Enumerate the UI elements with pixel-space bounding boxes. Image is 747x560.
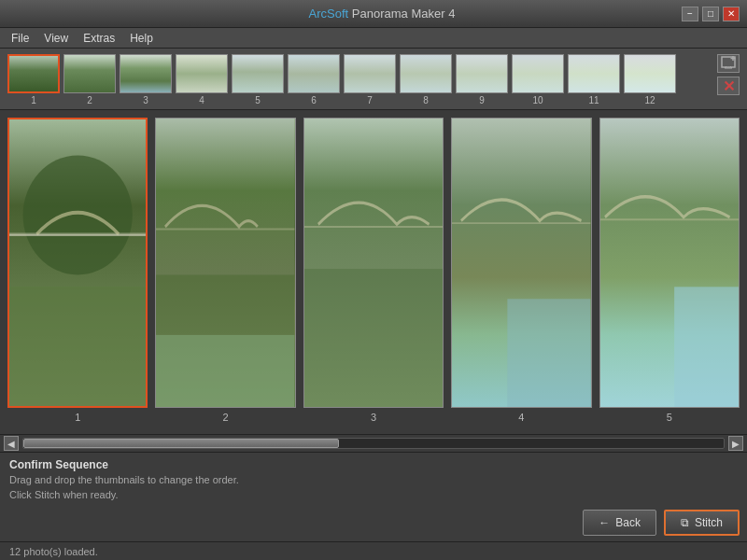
svg-rect-16 [304, 269, 443, 407]
thumb-img-8[interactable] [400, 54, 452, 93]
thumb-label-2: 2 [87, 95, 92, 105]
preview-item-1[interactable]: 1 [7, 118, 148, 423]
thumb-img-10[interactable] [512, 54, 564, 93]
svg-rect-13 [156, 335, 294, 407]
thumbnail-3[interactable]: 3 [120, 54, 172, 105]
preview-label-3: 3 [371, 412, 376, 423]
thumbnail-9[interactable]: 9 [456, 54, 508, 105]
thumb-img-11[interactable] [568, 54, 620, 93]
preview-item-2[interactable]: 2 [155, 118, 295, 423]
landscape-svg-2 [156, 119, 294, 407]
preview-img-2[interactable] [155, 118, 295, 408]
thumb-label-8: 8 [423, 95, 429, 105]
thumbnail-12[interactable]: 12 [624, 54, 676, 105]
stitch-icon: ⧉ [681, 516, 689, 529]
back-label: Back [615, 516, 641, 529]
thumbnail-list: 1 2 3 4 5 6 7 [7, 54, 712, 105]
confirm-description: Drag and drop the thumbnails to change t… [9, 473, 738, 502]
thumbnail-strip: 1 2 3 4 5 6 7 [0, 49, 747, 110]
thumbnail-11[interactable]: 11 [568, 54, 620, 105]
title-rest: Panorama Maker 4 [348, 7, 455, 21]
preview-img-5[interactable] [599, 118, 740, 408]
scroll-left-button[interactable]: ◀ [4, 436, 19, 451]
bottom-buttons: ← Back ⧉ Stitch [0, 506, 747, 541]
scroll-right-button[interactable]: ▶ [728, 436, 743, 451]
thumb-label-12: 12 [644, 95, 655, 105]
menu-help[interactable]: Help [122, 30, 161, 47]
preview-label-2: 2 [223, 412, 229, 423]
scrollbar-area: ◀ ▶ [0, 434, 747, 453]
thumb-label-4: 4 [199, 95, 204, 105]
close-button[interactable]: ✕ [723, 7, 740, 21]
main-content: 1 2 3 4 5 6 7 [0, 49, 747, 560]
thumb-img-2[interactable] [63, 54, 116, 93]
preview-item-4[interactable]: 4 [451, 118, 591, 423]
thumb-label-7: 7 [367, 95, 373, 105]
preview-img-1[interactable] [7, 118, 148, 408]
stitch-label: Stitch [695, 516, 723, 529]
thumbnail-2[interactable]: 2 [63, 54, 116, 105]
thumbnail-7[interactable]: 7 [344, 54, 396, 105]
title-arcsoft: ArcSoft [309, 7, 349, 21]
thumb-img-9[interactable] [456, 54, 508, 93]
thumbnail-10[interactable]: 10 [512, 54, 564, 105]
thumb-img-1[interactable] [7, 54, 60, 93]
thumb-label-5: 5 [255, 95, 261, 105]
svg-rect-22 [674, 287, 739, 407]
confirm-line2: Click Stitch when ready. [9, 489, 119, 500]
stitch-button[interactable]: ⧉ Stitch [664, 510, 740, 536]
thumbnail-4[interactable]: 4 [176, 54, 228, 105]
preview-label-5: 5 [667, 412, 672, 423]
thumbnail-8[interactable]: 8 [400, 54, 452, 105]
preview-img-4[interactable] [451, 118, 591, 408]
maximize-button[interactable]: □ [702, 7, 719, 21]
thumb-label-10: 10 [532, 95, 543, 105]
thumb-img-4[interactable] [176, 54, 228, 93]
thumb-img-7[interactable] [344, 54, 396, 93]
bridge-line-1 [9, 234, 146, 236]
window-controls: − □ ✕ [682, 7, 740, 21]
confirm-line1: Drag and drop the thumbnails to change t… [9, 474, 239, 485]
back-icon: ← [599, 516, 610, 529]
svg-rect-9 [9, 287, 146, 406]
menu-file[interactable]: File [4, 30, 36, 47]
thumb-label-11: 11 [588, 95, 599, 105]
landscape-svg-5 [600, 119, 739, 407]
preview-label-1: 1 [75, 412, 80, 423]
menu-extras[interactable]: Extras [76, 30, 122, 47]
app-title: ArcSoft Panorama Maker 4 [82, 7, 682, 21]
preview-image-list: 1 [7, 118, 740, 427]
landscape-svg-1 [9, 119, 146, 406]
svg-point-7 [23, 155, 133, 274]
landscape-svg-3 [304, 119, 443, 407]
confirm-area: Confirm Sequence Drag and drop the thumb… [0, 453, 747, 506]
landscape-svg-4 [452, 119, 590, 407]
thumb-img-6[interactable] [288, 54, 340, 93]
menu-view[interactable]: View [36, 30, 76, 47]
back-button[interactable]: ← Back [583, 510, 656, 536]
thumbnail-1[interactable]: 1 [7, 54, 60, 105]
preview-img-3[interactable] [303, 118, 444, 408]
scrollbar-thumb[interactable] [23, 439, 339, 448]
remove-photo-button[interactable]: ✕ [717, 77, 740, 95]
confirm-title: Confirm Sequence [9, 458, 738, 471]
thumb-label-3: 3 [143, 95, 148, 105]
thumbnail-6[interactable]: 6 [288, 54, 340, 105]
preview-item-3[interactable]: 3 [303, 118, 444, 423]
strip-actions: ✕ [717, 54, 740, 95]
scrollbar-track[interactable] [22, 438, 725, 449]
preview-item-5[interactable]: 5 [599, 118, 740, 423]
status-text: 12 photo(s) loaded. [9, 546, 98, 557]
menubar: File View Extras Help [0, 28, 747, 49]
status-bar: 12 photo(s) loaded. [0, 541, 747, 560]
add-icon [721, 56, 736, 71]
thumb-img-12[interactable] [624, 54, 676, 93]
thumbnail-5[interactable]: 5 [232, 54, 284, 105]
main-preview: 1 [0, 110, 747, 434]
svg-rect-19 [508, 299, 591, 407]
thumb-img-5[interactable] [232, 54, 284, 93]
thumb-img-3[interactable] [120, 54, 172, 93]
thumb-label-1: 1 [31, 95, 36, 105]
minimize-button[interactable]: − [682, 7, 698, 21]
add-photo-button[interactable] [717, 54, 740, 73]
